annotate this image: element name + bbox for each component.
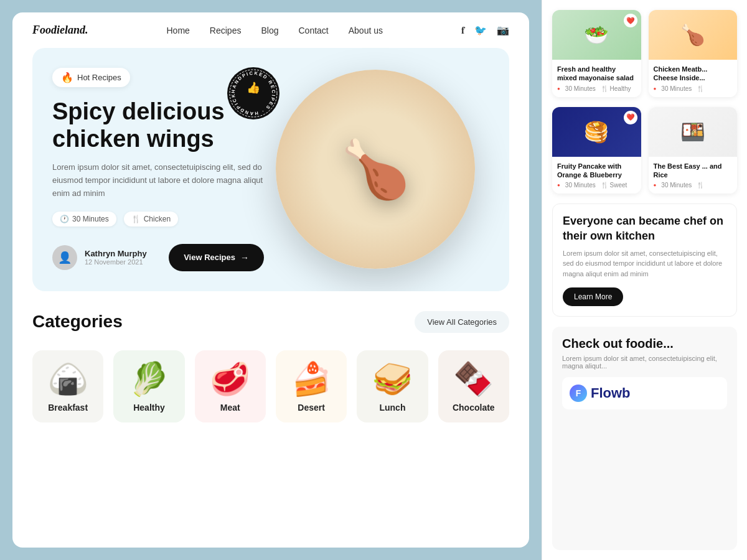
flowb-icon: F <box>570 385 587 402</box>
nav-item-about[interactable]: About us <box>349 25 383 36</box>
recipe-card-rice[interactable]: 🍱 The Best Easy ... and Rice ● 30 Minute… <box>649 107 738 194</box>
category-emoji-breakfast: 🍙 <box>48 363 88 395</box>
nav-item-recipes[interactable]: Recipes <box>210 25 242 36</box>
category-card-lunch[interactable]: 🥪 Lunch <box>357 350 428 422</box>
hero-section: 🔥 Hot Recipes Spicy delicious chicken wi… <box>12 48 529 291</box>
arrow-icon: → <box>240 253 249 263</box>
category-card-meat[interactable]: 🥩 Meat <box>195 350 266 422</box>
facebook-icon[interactable]: 𝐟 <box>461 25 464 36</box>
author-info: Kathryn Murphy 12 November 2021 <box>85 249 147 266</box>
navbar: Foodieland. Home Recipes Blog Contact Ab… <box>12 12 529 48</box>
category-grid: 🍙 Breakfast 🥬 Healthy 🥩 Meat 🍰 Desert 🥪 … <box>32 350 509 422</box>
recipe-image-salad: ❤️ 🥗 <box>552 10 641 60</box>
category-emoji-desert: 🍰 <box>291 363 332 395</box>
author-date: 12 November 2021 <box>85 258 147 266</box>
nav-item-home[interactable]: Home <box>167 25 190 36</box>
nav-links: Home Recipes Blog Contact About us <box>167 25 383 36</box>
recipe-tag-pancake: 🍴 Sweet <box>601 182 627 189</box>
recipe-card-chicken[interactable]: 🍗 Chicken Meatb... Cheese Inside... ● 30… <box>649 10 738 97</box>
dot-icon: ● <box>557 86 560 91</box>
recipe-card-pancake[interactable]: ❤️ 🥞 Fruity Pancake with Orange & Bluebe… <box>552 107 641 194</box>
handpicked-stamp: HANDPICKED RECIPES · HANDPICKED 👍 <box>225 65 281 121</box>
categories-title: Categories <box>32 312 123 332</box>
view-recipes-button[interactable]: View Recipes → <box>169 244 264 271</box>
check-out-section: Check out foodie... Lorem ipsum dolor si… <box>552 327 737 550</box>
time-label: 30 Minutes <box>72 215 109 223</box>
right-panel: ❤️ 🥗 Fresh and healthy mixed mayonaise s… <box>542 0 747 560</box>
chicken-emoji: 🍗 <box>649 10 738 60</box>
flowb-logo: F Flowb <box>570 385 631 402</box>
hero-food-image: 🍗 <box>242 48 509 291</box>
recipe-tag-chicken: 🍴 <box>697 85 704 92</box>
category-card-desert[interactable]: 🍰 Desert <box>276 350 347 422</box>
recipe-meta-rice: ● 30 Minutes 🍴 <box>654 182 733 189</box>
recipe-info-salad: Fresh and healthy mixed mayonaise salad … <box>552 60 641 97</box>
category-name-lunch: Lunch <box>379 403 405 413</box>
author-name: Kathryn Murphy <box>85 249 147 258</box>
food-emoji: 🍗 <box>341 137 410 202</box>
category-label: Chicken <box>144 215 171 223</box>
recipe-time-salad: 30 Minutes <box>565 85 596 92</box>
recipe-meta-salad: ● 30 Minutes 🍴 Healthy <box>557 85 636 92</box>
nav-item-blog[interactable]: Blog <box>261 25 278 36</box>
learn-more-button[interactable]: Learn More <box>563 287 623 306</box>
category-emoji-chocolate: 🍫 <box>453 363 494 395</box>
heart-button-pancake[interactable]: ❤️ <box>624 111 637 124</box>
categories-section: Categories View All Categories 🍙 Breakfa… <box>12 291 529 548</box>
recipe-image-pancake: ❤️ 🥞 <box>552 107 641 157</box>
recipe-card-salad[interactable]: ❤️ 🥗 Fresh and healthy mixed mayonaise s… <box>552 10 641 97</box>
categories-header: Categories View All Categories <box>32 311 509 333</box>
flowb-preview: F Flowb <box>562 377 727 409</box>
recipe-info-rice: The Best Easy ... and Rice ● 30 Minutes … <box>649 157 738 194</box>
recipe-tag-salad: 🍴 Healthy <box>601 85 631 92</box>
category-name-breakfast: Breakfast <box>48 403 88 413</box>
recipe-title-salad: Fresh and healthy mixed mayonaise salad <box>557 65 636 83</box>
recipe-time-rice: 30 Minutes <box>661 182 692 189</box>
category-name-meat: Meat <box>220 403 240 413</box>
recipe-title-pancake: Fruity Pancake with Orange & Blueberry <box>557 162 636 180</box>
clock-icon: 🕐 <box>60 215 69 223</box>
category-name-desert: Desert <box>298 403 325 413</box>
recipe-tag-rice: 🍴 <box>697 182 704 189</box>
twitter-icon[interactable]: 🐦 <box>474 24 487 36</box>
badge-label: Hot Recipes <box>77 73 121 82</box>
food-plate: 🍗 <box>276 70 475 269</box>
main-panel: Foodieland. Home Recipes Blog Contact Ab… <box>0 0 542 560</box>
hot-recipes-badge: 🔥 Hot Recipes <box>52 68 130 87</box>
author-row: 👤 Kathryn Murphy 12 November 2021 View R… <box>52 244 264 271</box>
recipe-time-chicken: 30 Minutes <box>661 85 692 92</box>
view-all-categories-button[interactable]: View All Categories <box>415 311 509 333</box>
recipe-title-chicken: Chicken Meatb... Cheese Inside... <box>654 65 733 83</box>
nav-item-contact[interactable]: Contact <box>298 25 328 36</box>
category-card-healthy[interactable]: 🥬 Healthy <box>113 350 184 422</box>
recipe-meta-chicken: ● 30 Minutes 🍴 <box>654 85 733 92</box>
recipe-cards-row-1: ❤️ 🥗 Fresh and healthy mixed mayonaise s… <box>552 10 737 97</box>
category-card-chocolate[interactable]: 🍫 Chocolate <box>438 350 509 422</box>
category-emoji-meat: 🥩 <box>210 363 250 395</box>
rice-emoji: 🍱 <box>649 107 738 157</box>
author-avatar: 👤 <box>52 245 77 270</box>
recipe-info-pancake: Fruity Pancake with Orange & Blueberry ●… <box>552 157 641 194</box>
heart-button-salad[interactable]: ❤️ <box>624 14 637 27</box>
chef-section: Everyone can became chef on their own ki… <box>552 203 737 317</box>
hero-author: 👤 Kathryn Murphy 12 November 2021 <box>52 245 147 270</box>
recipe-title-rice: The Best Easy ... and Rice <box>654 162 733 180</box>
dot-icon-3: ● <box>557 182 560 188</box>
category-emoji-healthy: 🥬 <box>129 363 169 395</box>
fire-icon: 🔥 <box>61 72 73 83</box>
recipe-image-chicken: 🍗 <box>649 10 738 60</box>
recipe-cards-row-2: ❤️ 🥞 Fruity Pancake with Orange & Bluebe… <box>552 107 737 194</box>
instagram-icon[interactable]: 📷 <box>497 24 509 36</box>
category-tag: 🍴 Chicken <box>124 212 178 226</box>
check-out-description: Lorem ipsum dolor sit amet, consectetuip… <box>562 355 727 370</box>
recipe-image-rice: 🍱 <box>649 107 738 157</box>
recipe-info-chicken: Chicken Meatb... Cheese Inside... ● 30 M… <box>649 60 738 97</box>
recipe-time-pancake: 30 Minutes <box>565 182 596 189</box>
dot-icon-2: ● <box>654 86 657 91</box>
time-tag: 🕐 30 Minutes <box>52 212 116 226</box>
chef-description: Lorem ipsum dolor sit amet, consectetuip… <box>563 248 726 279</box>
category-name-healthy: Healthy <box>133 403 165 413</box>
dot-icon-4: ● <box>654 182 657 188</box>
logo: Foodieland. <box>32 24 88 37</box>
category-card-breakfast[interactable]: 🍙 Breakfast <box>32 350 103 422</box>
